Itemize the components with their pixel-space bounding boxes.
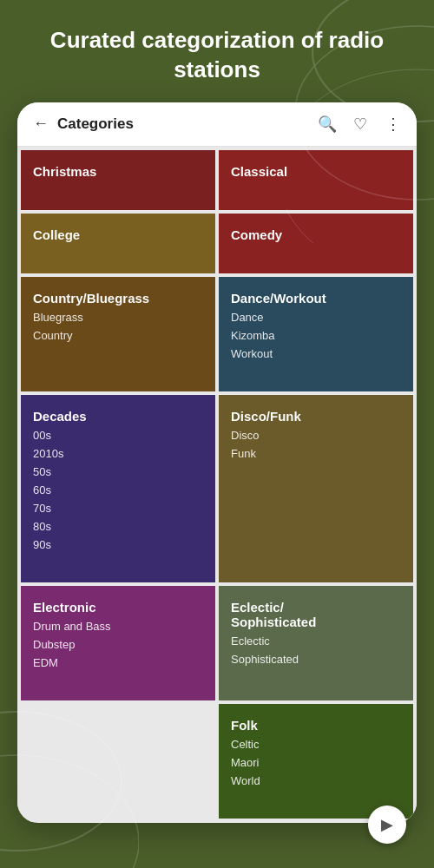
search-icon[interactable]: 🔍: [318, 115, 337, 134]
category-sub: EDM: [33, 656, 203, 669]
category-disco[interactable]: Disco/Funk Disco Funk: [219, 395, 413, 582]
header-actions: 🔍 ♡ ⋮: [318, 115, 403, 134]
category-sub: Disco: [231, 429, 401, 442]
category-sub: World: [231, 774, 401, 787]
category-name: Christmas: [33, 164, 203, 179]
category-name: College: [33, 227, 203, 242]
category-sub: Dance: [231, 311, 401, 324]
nav-title: Categories: [57, 115, 318, 133]
category-sub: Kizomba: [231, 329, 401, 342]
category-comedy[interactable]: Comedy: [219, 214, 413, 273]
category-name: Eclectic/Sophisticated: [231, 600, 401, 629]
category-classical[interactable]: Classical: [219, 150, 413, 210]
category-name: Disco/Funk: [231, 409, 401, 424]
category-sub: Maori: [231, 756, 401, 769]
category-christmas[interactable]: Christmas: [21, 150, 215, 210]
category-sub: Dubstep: [33, 638, 203, 651]
category-name: Dance/Workout: [231, 291, 401, 306]
phone-frame: ← Categories 🔍 ♡ ⋮ Christmas Classical C…: [17, 102, 417, 823]
category-sub: 80s: [33, 520, 203, 533]
category-name: Comedy: [231, 227, 401, 242]
fab-play-button[interactable]: ▶: [368, 806, 406, 844]
category-sub: Drum and Bass: [33, 620, 203, 633]
nav-bar: ← Categories 🔍 ♡ ⋮: [17, 102, 417, 147]
category-sub: Eclectic: [231, 635, 401, 648]
category-name: Classical: [231, 164, 401, 179]
category-sub: Bluegrass: [33, 311, 203, 324]
category-sub: 70s: [33, 502, 203, 515]
header-title-text: Curated categorization of radio stations: [50, 27, 384, 82]
category-dance[interactable]: Dance/Workout Dance Kizomba Workout: [219, 277, 413, 391]
play-icon: ▶: [381, 815, 393, 834]
category-college[interactable]: College: [21, 214, 215, 273]
categories-grid: Christmas Classical College Comedy Count…: [17, 147, 417, 822]
category-sub: 00s: [33, 429, 203, 442]
category-sub: Sophisticated: [231, 653, 401, 666]
category-name: Country/Bluegrass: [33, 291, 203, 306]
category-sub: Country: [33, 329, 203, 342]
category-sub: Workout: [231, 347, 401, 360]
page-header-title: Curated categorization of radio stations: [0, 0, 434, 102]
category-electronic[interactable]: Electronic Drum and Bass Dubstep EDM: [21, 586, 215, 700]
category-name: Decades: [33, 409, 203, 424]
category-name: Folk: [231, 718, 401, 733]
category-sub: 50s: [33, 465, 203, 478]
category-country[interactable]: Country/Bluegrass Bluegrass Country: [21, 277, 215, 391]
category-sub: 90s: [33, 538, 203, 551]
category-sub: 2010s: [33, 447, 203, 460]
category-eclectic[interactable]: Eclectic/Sophisticated Eclectic Sophisti…: [219, 586, 413, 700]
category-folk[interactable]: Folk Celtic Maori World: [219, 704, 413, 819]
more-icon[interactable]: ⋮: [384, 115, 403, 134]
category-sub: 60s: [33, 483, 203, 496]
category-sub: Funk: [231, 447, 401, 460]
back-button[interactable]: ←: [31, 115, 50, 134]
category-sub: Celtic: [231, 738, 401, 751]
category-name: Electronic: [33, 600, 203, 615]
heart-icon[interactable]: ♡: [351, 115, 370, 134]
category-decades[interactable]: Decades 00s 2010s 50s 60s 70s 80s 90s: [21, 395, 215, 582]
